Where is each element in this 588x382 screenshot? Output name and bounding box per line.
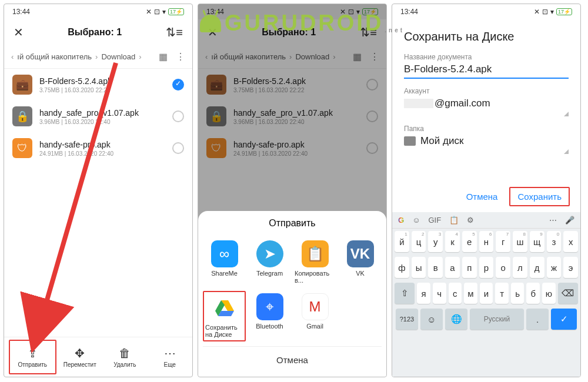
save-button[interactable]: Сохранить: [509, 187, 570, 206]
sheet-cancel[interactable]: Отмена: [203, 346, 382, 373]
share-sheet: Отправить ∞ShareMe ➤Telegram 📋Копировать…: [198, 211, 386, 377]
key-н[interactable]: н6: [479, 231, 494, 252]
cancel-button[interactable]: Отмена: [459, 188, 505, 205]
key-е[interactable]: е5: [462, 231, 477, 252]
checkbox[interactable]: [172, 110, 184, 122]
file-list: 💼 B-Folders-5.2.4.apk3.75MB | 16.03.2020…: [4, 69, 192, 337]
key-и[interactable]: и: [480, 283, 493, 304]
key-щ[interactable]: щ9: [530, 231, 544, 252]
share-copy[interactable]: 📋Копировать в...: [293, 238, 336, 286]
document-name-field[interactable]: Название документа B-Folders-5.2.4.apk: [392, 51, 580, 85]
key-ю[interactable]: ю: [542, 283, 556, 304]
key-ч[interactable]: ч: [433, 283, 446, 304]
key-ф[interactable]: ф: [395, 257, 409, 278]
key-з[interactable]: з0: [547, 231, 562, 252]
apk-icon: 🛡: [12, 138, 32, 158]
screenshot-1: 13:44 ✕⊡▾17⚡ ✕ Выбрано: 1 ⇅≡ ‹ ıй общий …: [4, 4, 193, 377]
checkbox[interactable]: [172, 142, 184, 154]
key-д[interactable]: д: [530, 257, 544, 278]
settings-icon[interactable]: ⚙: [467, 216, 474, 224]
sheet-title: Отправить: [203, 218, 382, 229]
sort-icon[interactable]: ⇅≡: [166, 25, 183, 39]
key-э[interactable]: э: [563, 257, 578, 278]
key-п[interactable]: п: [462, 257, 477, 278]
more-button[interactable]: ⋯Еще: [148, 337, 193, 377]
send-button[interactable]: ⇪Отправить: [9, 340, 56, 374]
google-icon[interactable]: G: [398, 216, 404, 224]
clipboard-icon[interactable]: 📋: [449, 216, 459, 224]
move-icon: ✥: [75, 346, 85, 360]
key-г[interactable]: г7: [496, 231, 510, 252]
backspace-key[interactable]: ⌫: [558, 283, 578, 304]
delete-button[interactable]: 🗑Удалить: [102, 337, 148, 377]
key-о[interactable]: о: [496, 257, 510, 278]
account-masked: [404, 99, 433, 108]
folder-icon: [404, 136, 416, 146]
key-т[interactable]: т: [495, 283, 509, 304]
apk-icon: 💼: [12, 75, 32, 95]
space-key[interactable]: Русский: [470, 309, 524, 330]
screenshot-2: 13:44 ✕⊡▾17⚡ ✕Выбрано: 1⇅≡ ‹ıй общий нак…: [198, 4, 387, 377]
status-bar: 13:44 ✕⊡▾17⚡: [392, 4, 580, 19]
emoji-key[interactable]: ☺: [420, 309, 443, 330]
key-м[interactable]: м: [464, 283, 477, 304]
account-field[interactable]: Аккаунт @gmail.com: [392, 85, 580, 122]
key-ь[interactable]: ь: [511, 283, 524, 304]
selection-header: ✕ Выбрано: 1 ⇅≡: [4, 19, 192, 48]
enter-key[interactable]: ✓: [551, 309, 577, 330]
more-icon[interactable]: ⋮: [176, 51, 185, 62]
watermark: GURUDROID.net: [200, 11, 405, 36]
key-у[interactable]: у3: [428, 231, 443, 252]
share-drive[interactable]: Сохранить на Диске: [203, 291, 246, 341]
screenshot-3: 13:44 ✕⊡▾17⚡ Сохранить на Диске Название…: [392, 4, 581, 377]
key-к[interactable]: к4: [445, 231, 460, 252]
mic-icon[interactable]: 🎤: [565, 216, 574, 224]
apk-icon: 🔒: [12, 106, 32, 126]
key-я[interactable]: я: [417, 283, 430, 304]
keyboard[interactable]: G ☺ GIF 📋 ⚙ ⋯ 🎤 й1ц2у3к4е5н6г7ш8щ9з0х фы…: [392, 212, 580, 377]
key-р[interactable]: р: [479, 257, 494, 278]
grid-view-icon[interactable]: ▦: [159, 51, 168, 62]
key-ж[interactable]: ж: [547, 257, 562, 278]
bottom-toolbar: ⇪Отправить ✥Переместит 🗑Удалить ⋯Еще: [4, 337, 192, 377]
share-icon: ⇪: [28, 346, 38, 360]
lang-key[interactable]: 🌐: [445, 309, 467, 330]
gif-key[interactable]: GIF: [428, 216, 441, 224]
dialog-title: Сохранить на Диске: [392, 19, 580, 51]
file-row[interactable]: 💼 B-Folders-5.2.4.apk3.75MB | 16.03.2020…: [4, 69, 192, 100]
file-row[interactable]: 🔒 handy_safe_pro_v1.07.apk3.96MB | 16.03…: [4, 100, 192, 132]
key-в[interactable]: в: [428, 257, 443, 278]
shift-key[interactable]: ⇧: [395, 283, 415, 304]
keyboard-toolbar[interactable]: G ☺ GIF 📋 ⚙ ⋯ 🎤: [392, 212, 580, 229]
share-gmail[interactable]: MGmail: [293, 291, 336, 341]
share-bluetooth[interactable]: ⌖Bluetooth: [248, 291, 291, 341]
share-shareme[interactable]: ∞ShareMe: [203, 238, 246, 286]
sticker-icon[interactable]: ☺: [412, 216, 420, 224]
file-row[interactable]: 🛡 handy-safe-pro.apk24.91MB | 16.03.2020…: [4, 132, 192, 164]
trash-icon: 🗑: [119, 347, 131, 360]
document-name-input[interactable]: B-Folders-5.2.4.apk: [404, 63, 569, 79]
move-button[interactable]: ✥Переместит: [58, 337, 103, 377]
share-telegram[interactable]: ➤Telegram: [248, 238, 291, 286]
key-л[interactable]: л: [513, 257, 527, 278]
key-ш[interactable]: ш8: [513, 231, 527, 252]
key-с[interactable]: с: [449, 283, 462, 304]
key-б[interactable]: б: [526, 283, 540, 304]
selection-count: Выбрано: 1: [68, 27, 122, 38]
breadcrumb[interactable]: ‹ ıй общий накопитель› Download› ▦ ⋮: [4, 48, 192, 69]
key-ы[interactable]: ы: [412, 257, 426, 278]
key-й[interactable]: й1: [395, 231, 409, 252]
folder-field[interactable]: Папка Мой диск: [392, 122, 580, 160]
period-key[interactable]: .: [526, 309, 549, 330]
status-bar: 13:44 ✕⊡▾17⚡: [4, 4, 192, 19]
share-vk[interactable]: VKVK: [339, 238, 382, 286]
ellipsis-icon: ⋯: [164, 346, 176, 360]
numeric-key[interactable]: ?123: [396, 309, 418, 330]
close-icon[interactable]: ✕: [14, 25, 24, 39]
dialog-buttons: Отмена Сохранить: [392, 181, 580, 212]
key-а[interactable]: а: [445, 257, 460, 278]
key-ц[interactable]: ц2: [412, 231, 426, 252]
checkbox[interactable]: [172, 79, 184, 91]
key-х[interactable]: х: [563, 231, 578, 252]
